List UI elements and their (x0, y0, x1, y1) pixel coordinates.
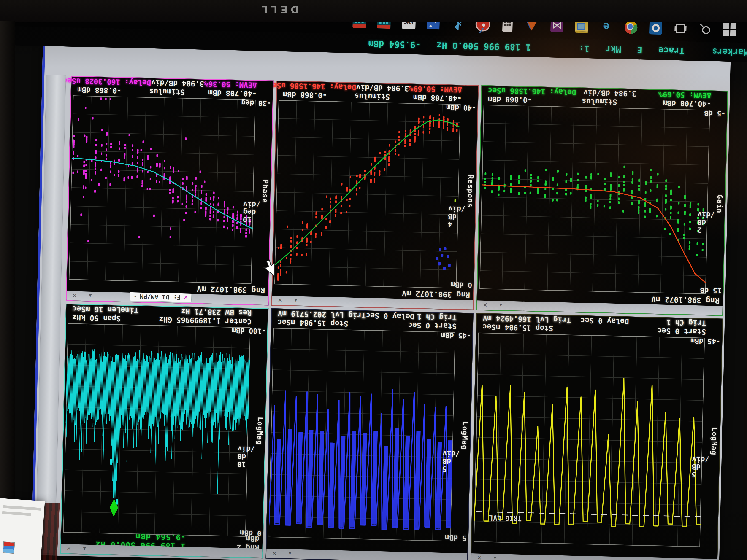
photo-of-monitor: ▴ ✕ TRIG LVL 5dB/div LogMag -45 dBm Star… (0, 0, 747, 560)
y-axis-bottom-label: -30 deg (241, 99, 271, 108)
mkr-number: 1: (579, 44, 590, 54)
result-left: Trig Ch 1 (414, 312, 457, 322)
result-right: TimeLen 16 mSec (72, 304, 139, 315)
y-axis-scale-label: 4dB/div (448, 205, 475, 229)
start-button[interactable] (722, 22, 738, 37)
window-expand-icon[interactable]: ▴ (84, 292, 93, 300)
x-axis-scale-label: 3.984 dB/div (356, 83, 409, 93)
y-axis-top-label: 0 dBm (450, 281, 472, 289)
x-axis-title: Stimulus (342, 91, 402, 102)
y-axis-bottom-label: -45 dBm (690, 337, 720, 346)
plot-area[interactable]: 10deg/div Phase -30 deg (67, 94, 273, 286)
window-close-icon[interactable]: ✕ (63, 545, 71, 553)
y-axis-bottom-label: -5 dB (704, 109, 725, 118)
x-axis-scale-label (138, 311, 181, 311)
x-axis-start-label: -40.708 dBm (402, 93, 462, 103)
window-close-icon[interactable]: ✕ (269, 550, 277, 558)
x-axis-stop-label: Span 50 kHz (72, 313, 121, 323)
x-axis-scale-label: Delay 0 Sec (366, 311, 415, 321)
vertical-scrollbar[interactable] (35, 75, 66, 554)
tab-label: F: D1 AM/PM (139, 293, 181, 301)
x-axis-stop-label: -0.868 dBm (77, 85, 137, 96)
monitor-bezel (0, 0, 747, 22)
trace-tab[interactable]: ✕ F: D1 AM/PM ▾ (130, 292, 191, 302)
window-expand-icon[interactable]: ▴ (290, 297, 298, 305)
monitor-screen-rotated: ▴ ✕ TRIG LVL 5dB/div LogMag -45 dBm Star… (0, 1, 747, 560)
window-close-icon[interactable]: ✕ (69, 292, 77, 300)
trace-window-grid: ▴ ✕ TRIG LVL 5dB/div LogMag -45 dBm Star… (60, 76, 728, 560)
window-close-icon[interactable]: ✕ (473, 554, 482, 560)
monitor-left-edge (0, 21, 15, 560)
plot-area[interactable]: 0 dBm 10dB/div LogMag -100 dBm (61, 322, 267, 539)
y-axis-type-label: Phase (261, 180, 270, 203)
x-axis-start-label: -40.708 dBm (197, 88, 257, 98)
window-expand-icon[interactable]: ▴ (495, 301, 503, 310)
trace-plot-svg (63, 323, 251, 537)
window-expand-icon[interactable]: ▴ (284, 550, 292, 558)
x-axis-scale-label: 3.984 dB/div (151, 78, 204, 88)
tab-close-icon[interactable]: ✕ (184, 294, 188, 301)
y-axis-type-label: Respons (466, 175, 475, 208)
result-left: ΔEVM: 50.69% (644, 90, 711, 100)
trace-plot-svg (69, 96, 256, 284)
plot-area[interactable]: 5 dBm 5dB/div LogMag -45 dBm (267, 326, 472, 543)
gain-green-window: ▴ ✕ Rng 398.1072 mV 15 dB 2dB/div Gain -… (476, 85, 728, 316)
result-left: Trig Ch 1 (639, 317, 706, 327)
marker-frequency-readout: 1 189 996 500.0 Hz (436, 40, 531, 52)
x-axis-start-label: Start 0 Sec (402, 321, 457, 330)
plot-area[interactable]: TRIG LVL 5dB/div LogMag -45 dBm (472, 331, 722, 549)
y-axis-type-label: LogMag (710, 427, 719, 455)
phase-magenta-window: ✕ F: D1 AM/PM ▾ ▴ ✕ Rng 398.1072 mV 10de… (66, 76, 274, 305)
y-axis-type-label: LogMag (461, 421, 469, 450)
window-close-icon[interactable]: ✕ (479, 301, 487, 310)
markers-panel-label: Markers (712, 47, 747, 57)
tab-caret-icon[interactable]: ▾ (134, 294, 137, 299)
y-axis-type-label: Gain (715, 194, 724, 213)
trace-content: 5 dBm 5dB/div LogMag -45 dBm Start 0 Sec… (266, 309, 473, 553)
task-view-button[interactable] (673, 21, 688, 36)
time-blue-window: ▴ ✕ 5 dBm 5dB/div LogMag -45 dBm Start 0… (265, 309, 473, 560)
y-axis-bottom-label: -45 dBm (441, 331, 471, 340)
background-window-partial (0, 498, 45, 560)
x-axis-title (348, 324, 402, 325)
marker-amplitude-readout: -9.564 dBm (368, 39, 421, 50)
x-axis-scale-label: Delay 0 Sec (571, 316, 639, 326)
y-axis-scale-label: 2dB/div (697, 211, 725, 234)
trace-value: E (637, 45, 642, 55)
trace-content: Rng 398.1072 mV 10deg/div Phase -30 deg … (67, 77, 273, 296)
y-axis-top-label: 5 dBm (445, 533, 466, 542)
x-axis-scale-label: 3.984 dB/div (576, 88, 644, 98)
x-axis-title (121, 319, 159, 320)
trace-content: Rng 398.1072 mV 15 dB 2dB/div Gain -5 dB… (477, 86, 727, 306)
y-axis-scale-label: 5dB/div (692, 455, 719, 479)
window-expand-icon[interactable]: ▴ (79, 545, 87, 553)
y-axis-bottom-label: -40 dBm (446, 103, 476, 112)
window-expand-icon[interactable]: ▴ (489, 555, 497, 560)
trace-content: Rng 398.1072 mV 0 dBm 4dB/div Respons -4… (272, 81, 478, 300)
chrome-icon[interactable] (624, 20, 639, 35)
plot-area[interactable]: 0 dBm 4dB/div Respons -40 dBm (272, 99, 478, 290)
x-axis-title: Stimulus (137, 87, 197, 97)
result-left: Res BW 238.71 Hz (181, 307, 252, 317)
x-axis-title (557, 328, 632, 330)
y-axis-scale-label: 5dB/div (442, 450, 470, 473)
outlook-icon[interactable]: O (648, 21, 663, 35)
trace-plot-svg (269, 328, 456, 541)
range-readout: Rng 398.1072 mV (197, 285, 265, 295)
search-button[interactable] (698, 22, 713, 36)
plot-area[interactable]: 15 dB 2dB/div Gain -5 dB (478, 103, 727, 296)
y-axis-top-label: 15 dB (700, 286, 722, 295)
mkr-label: Mkr (606, 44, 621, 55)
trace-plot-svg (275, 100, 461, 289)
vsa-application-window: ▴ ✕ TRIG LVL 5dB/div LogMag -45 dBm Star… (31, 46, 731, 560)
y-axis-type-label: LogMag (256, 417, 264, 445)
dell-logo: DELL (258, 4, 299, 15)
background-window-icon (3, 541, 15, 554)
y-axis-bottom-label: -100 dBm (232, 326, 266, 336)
svg-text:TRIG LVL: TRIG LVL (489, 514, 522, 523)
trace-plot-svg: TRIG LVL (473, 332, 705, 547)
trace-content: Rng 2 dBm 1 189 996 500.0 Hz -9.564 dBm … (61, 304, 268, 549)
y-axis-scale-label: 10deg/div (243, 201, 270, 224)
window-close-icon[interactable]: ✕ (275, 296, 282, 305)
trace-plot-svg (479, 105, 710, 294)
